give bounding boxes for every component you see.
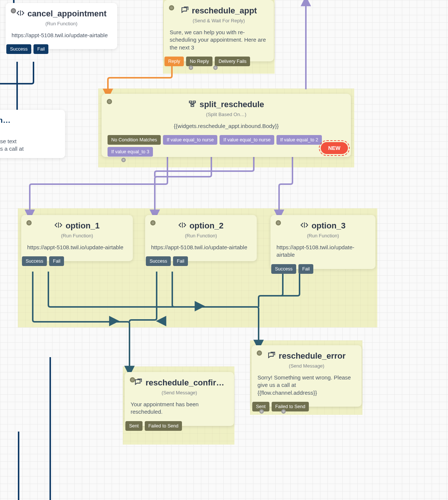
outlet-noreply[interactable]: No Reply (186, 57, 212, 66)
outlet-cond-4[interactable]: If value equal_to 3 (108, 147, 153, 157)
node-title: split_reschedule (199, 100, 264, 109)
outlet-failed[interactable]: Failed to Send (145, 421, 182, 431)
node-subtitle: nd Message) (0, 127, 59, 132)
node-subtitle: (Split Based On…) (108, 112, 345, 117)
node-body: Sorry! Something went wrong. Please give… (257, 374, 356, 397)
node-option-3[interactable]: option_3 (Run Function) https://appt-510… (271, 215, 375, 269)
code-icon (300, 221, 308, 231)
node-cancel-appointment[interactable]: cancel_appointment (Run Function) https:… (6, 3, 117, 49)
node-subtitle: (Send Message) (131, 390, 228, 395)
node-option-2[interactable]: option_2 (Run Function) https://appt-510… (145, 215, 257, 261)
node-reschedule-confirm[interactable]: reschedule_confir… (Send Message) Your a… (125, 372, 234, 426)
unconnected-dot[interactable] (121, 158, 126, 162)
node-body: https://appt-5108.twil.io/update-airtabl… (12, 32, 111, 39)
outlet-fail[interactable]: Fail (33, 44, 48, 54)
node-title: cancellation… (0, 116, 10, 125)
outlet-fail[interactable]: Fail (298, 264, 313, 274)
drag-handle-dot[interactable] (169, 5, 174, 10)
node-reschedule-appt[interactable]: reschedule_appt (Send & Wait For Reply) … (164, 0, 274, 61)
node-body: Sure, we can help you with re-scheduling… (170, 29, 268, 51)
node-body: https://appt-5108.twil.io/update-airtabl… (27, 244, 127, 251)
node-subtitle: (Run Function) (12, 21, 111, 26)
node-body: {{widgets.reschedule_appt.inbound.Body}} (108, 122, 345, 130)
node-title: option_3 (311, 221, 346, 231)
outlet-failed[interactable]: Failed to Send (272, 402, 309, 411)
drag-handle-dot[interactable] (26, 220, 32, 225)
svg-rect-2 (193, 101, 195, 103)
node-title: option_1 (65, 221, 100, 231)
outlet-sent[interactable]: Sent (125, 421, 143, 431)
node-title: cancel_appointment (28, 9, 107, 19)
outlet-reply[interactable]: Reply (164, 57, 184, 66)
node-title: option_2 (189, 221, 224, 231)
svg-rect-3 (191, 105, 194, 107)
drag-handle-dot[interactable] (257, 350, 262, 356)
node-title: reschedule_error (279, 351, 346, 361)
outlet-fail[interactable]: Fail (173, 256, 188, 266)
new-condition-button[interactable]: NEW (321, 142, 348, 154)
unconnected-dot[interactable] (213, 65, 218, 70)
chat-icon (134, 378, 143, 388)
node-body: Your appointment has been rescheduled. (131, 401, 228, 416)
outlet-cond-2[interactable]: If value equal_to nurse (220, 135, 274, 145)
node-subtitle: (Run Function) (27, 233, 127, 238)
node-subtitle: (Run Function) (151, 233, 251, 238)
chat-icon (181, 6, 189, 16)
node-subtitle: (Send Message) (257, 363, 356, 369)
outlet-cond-3[interactable]: If value equal_to 2 (276, 135, 322, 145)
node-option-1[interactable]: option_1 (Run Function) https://appt-510… (21, 215, 133, 261)
unconnected-dot[interactable] (281, 409, 286, 414)
unconnected-dot[interactable] (259, 409, 264, 414)
outlet-success[interactable]: Success (6, 44, 31, 54)
chat-icon (268, 351, 276, 361)
code-icon (16, 9, 25, 19)
outlet-delivery-fails[interactable]: Delivery Fails (215, 57, 250, 66)
node-title: reschedule_confir… (145, 378, 224, 388)
node-body: https://appt-5108.twil.io/update-airtabl… (151, 244, 251, 251)
svg-rect-1 (189, 101, 192, 103)
drag-handle-dot[interactable] (130, 377, 135, 382)
outlet-success[interactable]: Success (22, 256, 47, 266)
drag-handle-dot[interactable] (150, 220, 156, 225)
node-body: n cancelled. Please text chedule or give… (0, 138, 59, 153)
switch-icon (188, 100, 196, 109)
unconnected-dot[interactable] (189, 65, 193, 70)
node-cancellation[interactable]: cancellation… nd Message) n cancelled. P… (0, 110, 65, 158)
outlet-cond-1[interactable]: If value equal_to nurse (163, 135, 217, 145)
node-title: reschedule_appt (192, 6, 257, 16)
outlet-success[interactable]: Success (146, 256, 171, 266)
code-icon (178, 221, 186, 231)
drag-handle-dot[interactable] (107, 99, 112, 104)
node-subtitle: (Run Function) (276, 233, 369, 238)
node-reschedule-error[interactable]: reschedule_error (Send Message) Sorry! S… (252, 345, 362, 407)
node-body: https://appt-5108.twil.io/update-airtabl… (276, 244, 369, 259)
drag-handle-dot[interactable] (276, 220, 281, 225)
node-split-reschedule[interactable]: split_reschedule (Split Based On…) {{wid… (102, 94, 351, 157)
drag-handle-dot[interactable] (11, 8, 16, 13)
outlet-success[interactable]: Success (271, 264, 296, 274)
outlet-no-match[interactable]: No Condition Matches (108, 135, 161, 145)
outlet-fail[interactable]: Fail (49, 256, 64, 266)
node-subtitle: (Send & Wait For Reply) (170, 18, 268, 23)
code-icon (54, 221, 63, 231)
